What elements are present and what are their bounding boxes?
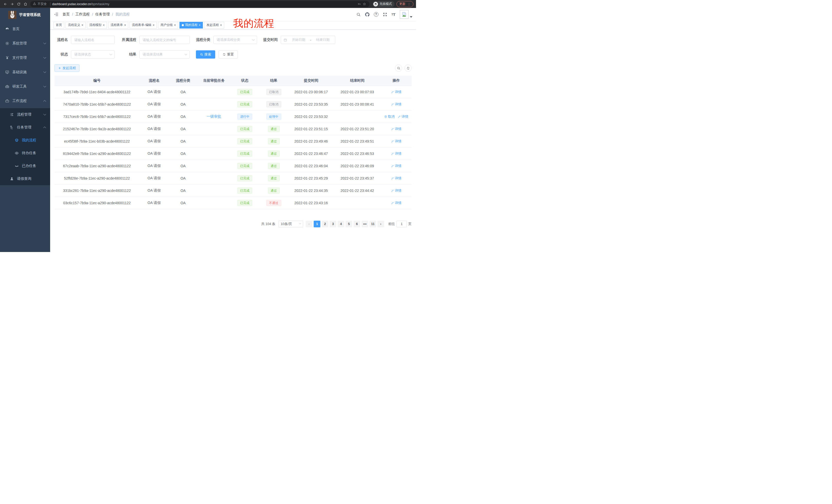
sidebar-item-基础设施[interactable]: 基础设施	[0, 65, 50, 79]
breadcrumb: 首页/工作流程/任务管理/我的流程	[62, 12, 130, 17]
browser-back-icon[interactable]	[3, 1, 8, 7]
tab-close-icon[interactable]: ×	[81, 24, 83, 27]
url-host[interactable]: dashboard.yudao.iocoder.cn	[52, 2, 91, 6]
tab-close-icon[interactable]: ×	[124, 24, 126, 27]
tab-发起流程[interactable]: 发起流程×	[204, 22, 224, 29]
page-size-select[interactable]: 10条/页	[279, 221, 303, 227]
update-label[interactable]: 更新	[399, 2, 406, 6]
goto-page-input[interactable]	[396, 221, 407, 227]
detail-action-link[interactable]: 详情	[391, 151, 401, 156]
fullscreen-icon[interactable]	[383, 12, 387, 17]
detail-action-link[interactable]: 详情	[391, 201, 401, 205]
tab-流程表单-编辑[interactable]: 流程表单-编辑×	[130, 22, 157, 29]
tab-close-icon[interactable]: ×	[220, 24, 222, 27]
breadcrumb-item-工作流程[interactable]: 工作流程	[75, 12, 90, 17]
cell-actions: 详情	[381, 197, 412, 209]
page-button-2[interactable]: 2	[322, 221, 328, 227]
tags-view: 首页流程定义×流程模型×流程表单×流程表单-编辑×用户分组×我的流程×发起流程×	[50, 21, 416, 30]
process-name-input[interactable]	[71, 36, 115, 44]
cancel-action-link[interactable]: 取消	[384, 114, 395, 119]
page-button-4[interactable]: 4	[338, 221, 344, 227]
github-icon[interactable]	[365, 12, 369, 17]
sidebar-item-系统管理[interactable]: 系统管理	[0, 36, 50, 51]
tab-close-icon[interactable]: ×	[174, 24, 176, 27]
create-process-button[interactable]: 发起流程	[54, 64, 79, 72]
cell-end-time: 2022-01-22 23:45:37	[334, 172, 381, 185]
app-logo-row[interactable]: 芋道管理系统	[0, 8, 50, 22]
font-size-icon[interactable]: TT	[392, 12, 395, 17]
category-select[interactable]: 请选择流程分类	[213, 36, 257, 44]
page-button-6[interactable]: 6	[354, 221, 360, 227]
breadcrumb-item-首页[interactable]: 首页	[62, 12, 70, 17]
chrome-update-button[interactable]: 更新 ⋮	[396, 1, 413, 7]
sidebar-item-支付管理[interactable]: 支付管理	[0, 51, 50, 65]
page-button-1[interactable]: 1	[314, 221, 320, 227]
status-select[interactable]: 请选择状态	[71, 50, 115, 59]
url-path[interactable]: /bpm/task/my	[91, 2, 109, 6]
start-date-placeholder[interactable]: 开始日期	[289, 37, 308, 42]
password-key-icon[interactable]	[357, 2, 362, 6]
reset-button[interactable]: 重置	[218, 50, 238, 59]
detail-action-link[interactable]: 详情	[391, 90, 401, 94]
tab-close-icon[interactable]: ×	[153, 24, 155, 27]
page-button-11[interactable]: 11	[369, 221, 376, 227]
detail-action-link[interactable]: 详情	[391, 176, 401, 180]
tab-流程表单[interactable]: 流程表单×	[108, 22, 128, 29]
help-icon[interactable]: ?	[374, 12, 379, 17]
not-secure-label[interactable]: 不安全	[37, 2, 47, 6]
pager-ellipsis[interactable]: •••	[362, 221, 368, 227]
sidebar-item-待办任务[interactable]: 待办任务	[0, 147, 50, 160]
end-date-placeholder[interactable]: 结束日期	[313, 37, 333, 42]
chrome-menu-icon[interactable]: ⋮	[408, 2, 411, 6]
tab-首页[interactable]: 首页	[53, 22, 64, 29]
sidebar-item-已办任务[interactable]: 已办任务	[0, 160, 50, 172]
tab-流程模型[interactable]: 流程模型×	[87, 22, 107, 29]
next-page-button[interactable]: ›	[378, 221, 384, 227]
cell-current-task[interactable]: 一级审批	[197, 110, 231, 123]
bookmark-star-icon[interactable]	[362, 2, 367, 6]
page-suffix-label: 页	[408, 222, 412, 226]
tab-流程定义[interactable]: 流程定义×	[66, 22, 86, 29]
date-range-picker[interactable]: 开始日期 - 结束日期	[281, 36, 335, 44]
result-badge: 处理中	[266, 114, 281, 120]
tab-我的流程[interactable]: 我的流程×	[179, 22, 203, 29]
search-icon[interactable]	[356, 12, 361, 17]
sidebar-item-工作流程[interactable]: 工作流程	[0, 94, 50, 108]
cell-actions: 详情	[381, 172, 412, 185]
detail-action-link[interactable]: 详情	[391, 139, 401, 144]
browser-forward-icon[interactable]	[9, 1, 15, 7]
browser-home-icon[interactable]	[23, 1, 28, 7]
tab-用户分组[interactable]: 用户分组×	[158, 22, 178, 29]
breadcrumb-item-任务管理[interactable]: 任务管理	[95, 12, 110, 17]
sidebar-item-流程管理[interactable]: 流程管理	[0, 108, 50, 121]
result-select[interactable]: 请选择流结果	[139, 50, 190, 59]
sidebar-item-任务管理[interactable]: 任务管理	[0, 121, 50, 134]
page-button-3[interactable]: 3	[330, 221, 336, 227]
detail-action-link[interactable]: 详情	[391, 127, 401, 131]
browser-reload-icon[interactable]	[16, 1, 22, 7]
cell-process-id: 331bc281-7b9a-11ec-a290-acde48001122	[54, 185, 139, 197]
page-button-5[interactable]: 5	[345, 221, 352, 227]
detail-action-link[interactable]: 详情	[391, 102, 401, 107]
current-task-link[interactable]: 一级审批	[207, 114, 221, 118]
cell-result: 处理中	[259, 110, 288, 123]
detail-action-link[interactable]: 详情	[398, 114, 408, 119]
detail-action-link[interactable]: 详情	[391, 164, 401, 168]
show-search-toggle-button[interactable]	[395, 64, 402, 72]
process-def-input[interactable]	[139, 36, 190, 44]
cell-current-task	[197, 86, 231, 98]
search-button[interactable]: 搜索	[196, 50, 215, 59]
sidebar-item-研发工具[interactable]: 研发工具	[0, 79, 50, 94]
cell-category: OA	[169, 197, 197, 209]
user-avatar-menu[interactable]	[400, 10, 412, 19]
sidebar-item-请假查询[interactable]: 请假查询	[0, 172, 50, 185]
browser-toolbar: 不安全 dashboard.yudao.iocoder.cn/bpm/task/…	[0, 0, 416, 8]
detail-action-link[interactable]: 详情	[391, 188, 401, 193]
sidebar-item-我的流程[interactable]: 我的流程	[0, 134, 50, 147]
tab-close-icon[interactable]: ×	[103, 24, 105, 27]
tab-close-icon[interactable]: ×	[199, 24, 201, 27]
address-bar[interactable]: 不安全 dashboard.yudao.iocoder.cn/bpm/task/…	[30, 1, 369, 7]
sidebar-collapse-icon[interactable]	[50, 12, 62, 17]
sidebar-item-首页[interactable]: 首页	[0, 22, 50, 36]
refresh-table-button[interactable]	[405, 64, 412, 72]
